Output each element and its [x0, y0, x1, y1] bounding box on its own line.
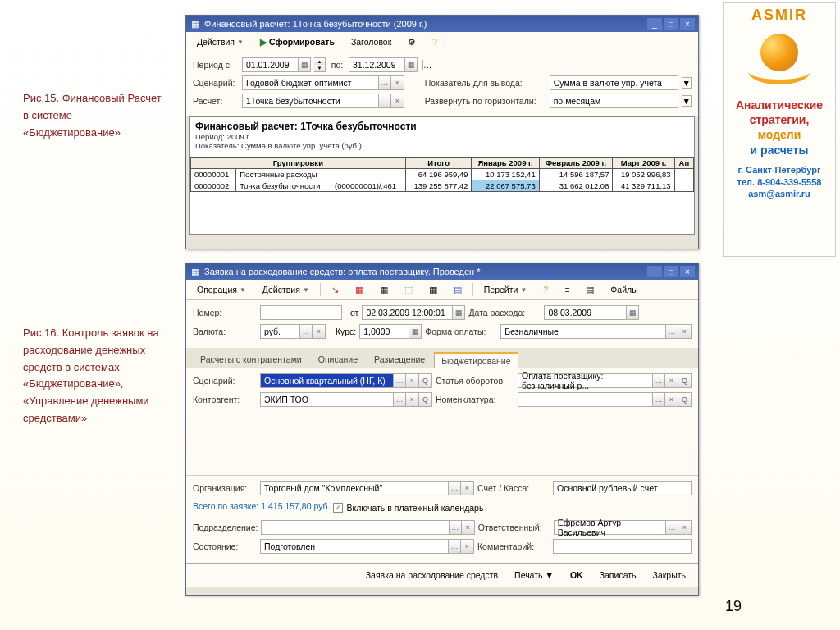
maximize-button[interactable]: □: [664, 18, 678, 30]
scenario-input[interactable]: Годовой бюджет-оптимист: [242, 75, 378, 90]
account-input[interactable]: Основной рублевый счет: [553, 481, 692, 495]
calendar-icon[interactable]: ▦: [298, 57, 311, 72]
minimize-button[interactable]: _: [647, 266, 662, 277]
select-button[interactable]: …: [378, 75, 391, 90]
window-title: Заявка на расходование средств: оплата п…: [201, 267, 646, 276]
app-icon: ▦: [189, 18, 201, 30]
calc-input[interactable]: 1Точка безубыточности: [242, 94, 378, 108]
close-button[interactable]: ×: [680, 266, 695, 277]
page-number: 19: [725, 598, 742, 615]
structure-icon[interactable]: ⬚: [399, 282, 418, 297]
counterparty-input[interactable]: ЭКИП ТОО: [260, 392, 393, 407]
from-date-input[interactable]: 02.03.2009 12:00:01: [362, 305, 452, 320]
caption-16: Рис.16. Контроль заявок на расходование …: [23, 325, 175, 427]
lookup-icon[interactable]: Q: [419, 373, 432, 388]
copy-icon[interactable]: ▤: [448, 282, 468, 297]
post-icon[interactable]: ↘: [326, 282, 345, 297]
nomenclature-input[interactable]: [518, 392, 652, 407]
dept-input[interactable]: [261, 520, 448, 535]
asmir-panel: ASMIR Аналитические стратегии, модели и …: [723, 2, 836, 257]
toolbar: Действия ▼ ▶ Сформировать Заголовок ⚙ ?: [186, 32, 698, 52]
total-amount: Всего по заявке: 1 415 157,80 руб.: [193, 500, 330, 516]
chart-icon[interactable]: ▤: [580, 282, 600, 297]
responsible-input[interactable]: Ефремов Артур Васильевич: [554, 520, 665, 535]
number-input[interactable]: [260, 305, 342, 320]
close-button[interactable]: Закрыть: [647, 568, 692, 582]
tab-placement[interactable]: Размещение: [367, 351, 432, 368]
form-button[interactable]: ▶ Сформировать: [254, 34, 340, 49]
status-input[interactable]: Подготовлен: [260, 539, 448, 554]
include-calendar-checkbox[interactable]: ✓: [333, 503, 343, 513]
settings-tree-icon[interactable]: ⚙: [402, 34, 422, 49]
scenario-input[interactable]: Основной квартальный (НГ, К): [260, 373, 393, 388]
comment-input[interactable]: [553, 539, 692, 554]
table-row[interactable]: 00000002 Точка безубыточности (000000001…: [191, 180, 694, 192]
tab-counterparty[interactable]: Расчеты с контрагентами: [193, 351, 309, 368]
calc-icon[interactable]: ▦: [409, 324, 422, 339]
tabs: Расчеты с контрагентами Описание Размеще…: [193, 351, 692, 368]
minimize-button[interactable]: _: [647, 18, 662, 30]
rate-input[interactable]: 1,0000: [359, 324, 409, 339]
asmir-logo: [746, 27, 812, 93]
actions-menu[interactable]: Действия ▼: [191, 34, 249, 49]
basis-icon[interactable]: ▦: [423, 282, 443, 297]
report-table: Группировки Итого Январь 2009 г. Февраль…: [190, 157, 694, 192]
expand-input[interactable]: по месяцам: [550, 94, 678, 108]
files-button[interactable]: Файлы: [605, 282, 643, 297]
calendar-icon[interactable]: ▦: [452, 305, 465, 320]
period-from-input[interactable]: 01.01.2009: [242, 57, 298, 72]
period-from-label: Период с:: [193, 60, 239, 70]
period-dialog-button[interactable]: …: [422, 60, 432, 70]
dropdown-icon[interactable]: ▼: [682, 77, 692, 89]
button-bar: Заявка на расходование средств Печать ▼ …: [186, 563, 698, 587]
expense-date-input[interactable]: 08.03.2009: [544, 305, 626, 320]
request-button[interactable]: Заявка на расходование средств: [360, 568, 504, 582]
tab-budgeting[interactable]: Бюджетирование: [434, 352, 518, 368]
operation-menu[interactable]: Операция ▼: [191, 282, 252, 297]
list-icon[interactable]: ≡: [559, 282, 575, 297]
write-button[interactable]: Записать: [594, 568, 642, 582]
period-to-input[interactable]: 31.12.2009: [349, 57, 404, 72]
caption-15: Рис.15. Финансовый Расчет в системе «Бюд…: [23, 90, 167, 141]
asmir-brand: ASMIR: [727, 7, 832, 24]
report-title: Финансовый расчет: 1Точка безубыточности: [195, 121, 689, 132]
dropdown-icon[interactable]: ▼: [682, 95, 692, 107]
window-title: Финансовый расчет: 1Точка безубыточности…: [201, 19, 646, 29]
titlebar: ▦ Финансовый расчет: 1Точка безубыточнос…: [186, 16, 698, 32]
payment-form-input[interactable]: Безналичные: [500, 324, 665, 339]
tab-description[interactable]: Описание: [311, 351, 365, 368]
maximize-button[interactable]: □: [664, 266, 678, 277]
close-button[interactable]: ×: [680, 18, 695, 30]
period-from-spinner[interactable]: ▲▼: [314, 57, 326, 72]
calendar-icon[interactable]: ▦: [626, 305, 639, 320]
movements-icon[interactable]: ▦: [349, 282, 369, 297]
window-expense-request: ▦ Заявка на расходование средств: оплата…: [185, 262, 699, 596]
report-icon[interactable]: ▦: [374, 282, 394, 297]
clear-button[interactable]: ×: [391, 75, 404, 90]
help-icon[interactable]: ?: [537, 282, 554, 297]
calendar-icon[interactable]: ▦: [404, 57, 418, 72]
header-button[interactable]: Заголовок: [345, 34, 397, 49]
report-area: Финансовый расчет: 1Точка безубыточности…: [189, 116, 695, 235]
indicator-input[interactable]: Сумма в валюте упр. учета: [550, 75, 678, 90]
table-row[interactable]: 00000001 Постоянные расходы 64 196 959,4…: [191, 169, 694, 180]
goto-menu[interactable]: Перейти ▼: [478, 282, 533, 297]
article-input[interactable]: Оплата поставщику: безналичный р...: [518, 373, 652, 388]
print-button[interactable]: Печать ▼: [509, 568, 559, 582]
app-icon: ▦: [189, 266, 201, 277]
currency-input[interactable]: руб.: [260, 324, 299, 339]
help-icon[interactable]: ?: [427, 34, 443, 49]
actions-menu[interactable]: Действия ▼: [257, 282, 315, 297]
org-input[interactable]: Торговый дом "Комплексный": [260, 481, 448, 495]
window-financial-calc: ▦ Финансовый расчет: 1Точка безубыточнос…: [185, 15, 699, 249]
ok-button[interactable]: OK: [564, 568, 589, 582]
